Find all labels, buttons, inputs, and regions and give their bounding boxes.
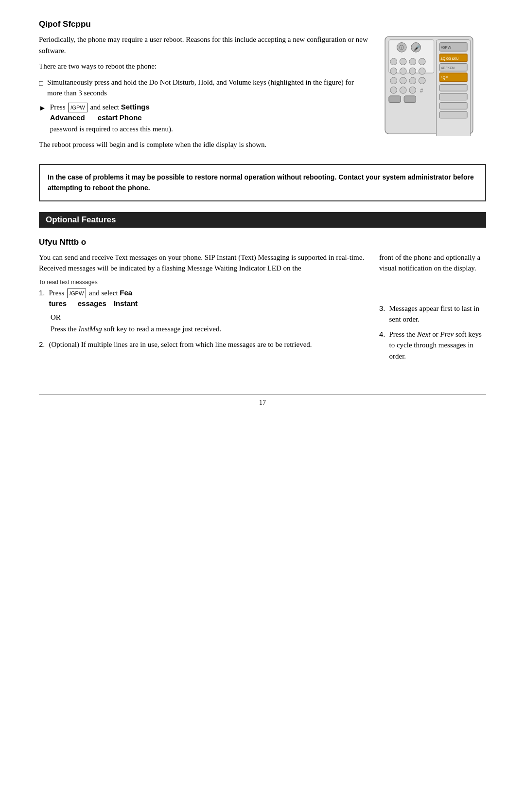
para2: There are two ways to reboot the phone:	[39, 61, 369, 72]
col-right-phone: ⓘ 🎤	[379, 34, 486, 155]
section-reboot: Qipof Sfcppu Periodically, the phone may…	[39, 19, 486, 201]
step-3-num: 3.	[379, 303, 385, 314]
bullet-text-1: Simultaneously press and hold the Do Not…	[47, 77, 369, 99]
key-gpw-2: /GPW	[67, 289, 86, 299]
prev-key: Prev	[440, 330, 454, 338]
steps-list-2: 2. (Optional) If multiple lines are in u…	[39, 339, 369, 350]
svg-rect-34	[439, 93, 467, 100]
svg-point-8	[409, 58, 416, 65]
key-gpw: /GPW	[68, 103, 87, 113]
next-key: Next	[417, 330, 431, 338]
col-left: Periodically, the phone may require a us…	[39, 34, 369, 155]
step-2-num: 2.	[39, 339, 45, 350]
two-col-layout: Periodically, the phone may require a us…	[39, 34, 486, 155]
svg-text:#: #	[420, 88, 423, 94]
svg-point-15	[400, 77, 406, 84]
svg-point-14	[390, 77, 397, 84]
svg-point-18	[390, 87, 397, 93]
read-text-label: To read text messages	[39, 279, 369, 286]
notice-box: In the case of problems it may be possib…	[39, 164, 486, 201]
para3: The reboot process will begin and is com…	[39, 139, 369, 150]
section-title: Qipof Sfcppu	[39, 19, 486, 29]
page-footer: 17	[39, 395, 486, 407]
text-messages-two-col: You can send and receive Text messages o…	[39, 252, 486, 366]
svg-point-7	[400, 58, 406, 65]
page-number: 17	[259, 399, 266, 406]
bullet-list: □ Simultaneously press and hold the Do N…	[39, 77, 369, 135]
bullet-item-2: ► Press /GPW and select Settings Advance…	[39, 102, 369, 135]
step-4-content: Press the Next or Prev soft keys to cycl…	[389, 329, 486, 362]
step-4-num: 4.	[379, 329, 385, 340]
steps-list-right: 3. Messages appear first to last in sent…	[379, 303, 486, 362]
bold-settings: Settings	[121, 103, 150, 111]
svg-text:ⓘ: ⓘ	[399, 45, 404, 50]
svg-rect-22	[389, 96, 401, 103]
step-4: 4. Press the Next or Prev soft keys to c…	[379, 329, 486, 362]
section-optional-features: Optional Features Ufyu Nfttb o You can s…	[39, 212, 486, 366]
svg-text:&Q 00t &KU: &Q 00t &KU	[440, 57, 458, 61]
svg-point-9	[419, 58, 425, 65]
svg-point-6	[390, 58, 397, 65]
text-messages-para1: You can send and receive Text messages o…	[39, 252, 369, 274]
svg-point-19	[400, 87, 406, 93]
step-3: 3. Messages appear first to last in sent…	[379, 303, 486, 325]
bold-advanced: Advanced	[50, 113, 85, 122]
bullet-text-2: Press /GPW and select Settings Advanced …	[50, 102, 173, 135]
svg-rect-36	[439, 111, 467, 118]
phone-diagram: ⓘ 🎤	[379, 34, 476, 136]
text-messages-right: front of the phone and optionally a visu…	[379, 252, 486, 366]
svg-rect-33	[439, 85, 467, 91]
bold-tures: tures	[49, 299, 67, 307]
svg-point-20	[409, 87, 416, 93]
svg-rect-23	[404, 96, 416, 103]
step-2-content: (Optional) If multiple lines are in use,…	[49, 339, 312, 350]
svg-point-13	[419, 68, 425, 74]
step-1-content: Press /GPW and select Fea tures essages …	[49, 288, 138, 309]
instmsg-note: Press the InstMsg soft key to read a mes…	[51, 324, 369, 335]
step-2: 2. (Optional) If multiple lines are in u…	[39, 339, 369, 350]
bold-essages: essages	[78, 299, 106, 307]
svg-text:🎤: 🎤	[414, 44, 421, 51]
svg-rect-35	[439, 103, 467, 109]
step-3-content: Messages appear first to last in sent or…	[389, 303, 486, 325]
bold-fea: Fea	[120, 289, 132, 297]
steps-list: 1. Press /GPW and select Fea tures essag…	[39, 288, 369, 309]
svg-text:*QF: *QF	[441, 75, 448, 80]
bullet-symbol-1: □	[39, 78, 43, 89]
optional-features-header: Optional Features	[39, 212, 486, 228]
password-note: password is required to access this menu…	[50, 125, 173, 133]
or-line: OR	[51, 313, 369, 322]
arrow-symbol: ►	[39, 103, 46, 114]
bold-instant: Instant	[114, 299, 138, 307]
svg-point-11	[400, 68, 406, 74]
step-1-num: 1.	[39, 288, 45, 299]
text-messages-title: Ufyu Nfttb o	[39, 237, 486, 247]
bold-restart: estart Phone	[98, 113, 142, 122]
svg-point-16	[409, 77, 416, 84]
svg-text:/GPW: /GPW	[441, 45, 451, 50]
svg-text:4GFKCN: 4GFKCN	[441, 66, 455, 70]
instmsg-key: InstMsg	[79, 325, 102, 333]
step-1: 1. Press /GPW and select Fea tures essag…	[39, 288, 369, 309]
svg-point-17	[419, 77, 425, 84]
para1: Periodically, the phone may require a us…	[39, 34, 369, 56]
text-messages-left: You can send and receive Text messages o…	[39, 252, 369, 366]
bullet-item-1: □ Simultaneously press and hold the Do N…	[39, 77, 369, 99]
para1-right: front of the phone and optionally a visu…	[379, 252, 486, 274]
svg-point-10	[390, 68, 397, 74]
svg-point-12	[409, 68, 416, 74]
